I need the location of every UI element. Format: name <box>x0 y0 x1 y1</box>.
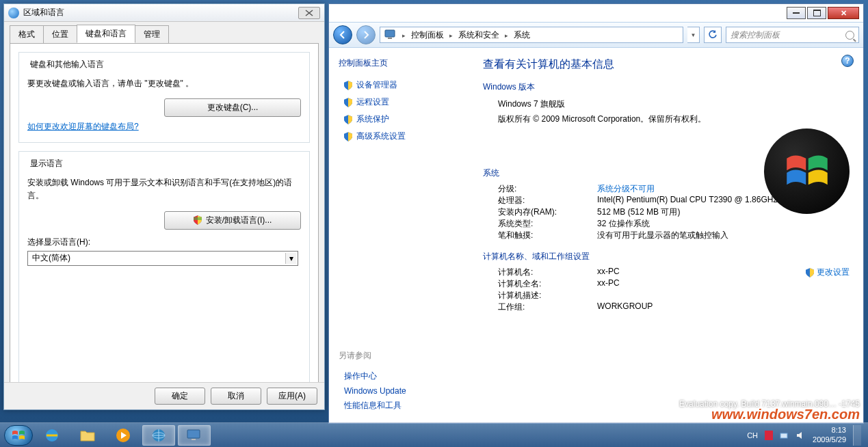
computer-icon <box>384 29 397 40</box>
sidebar-windows-update[interactable]: Windows Update <box>339 384 460 398</box>
svg-rect-0 <box>385 30 395 37</box>
tray-date[interactable]: 2009/5/29 <box>813 435 846 444</box>
apply-button[interactable]: 应用(A) <box>267 388 317 405</box>
refresh-button[interactable] <box>704 27 722 43</box>
windows-edition-heading: Windows 版本 <box>483 81 850 93</box>
system-tray: CH 8:13 2009/5/29 <box>747 425 864 446</box>
close-icon <box>305 10 313 16</box>
display-language-group: 显示语言 安装或卸载 Windows 可用于显示文本和识别语言和手写(在支持地区… <box>18 151 310 403</box>
see-also-heading: 另请参阅 <box>339 350 460 362</box>
tab-keyboards-language[interactable]: 键盘和语言 <box>77 25 135 43</box>
breadcrumb-system-security[interactable]: 系统和安全 <box>458 29 499 41</box>
address-history-button[interactable]: ▼ <box>687 27 700 43</box>
computer-name-label: 计算机名: <box>498 267 597 278</box>
full-computer-name-value: xx-PC <box>597 278 850 290</box>
pen-touch-label: 笔和触摸: <box>498 230 597 241</box>
arrow-left-icon <box>338 30 347 40</box>
breadcrumb-control-panel[interactable]: 控制面板 <box>411 29 444 41</box>
window-controls: ✕ <box>787 7 859 19</box>
tab-location[interactable]: 位置 <box>43 25 77 44</box>
display-language-combobox[interactable]: 中文(简体) ▾ <box>27 251 298 266</box>
computer-description-value <box>597 290 850 301</box>
svg-rect-7 <box>192 439 196 440</box>
sidebar-remote-settings[interactable]: 远程设置 <box>339 94 460 110</box>
tab-admin[interactable]: 管理 <box>135 25 169 44</box>
dialog-title: 区域和语言 <box>23 7 294 18</box>
show-desktop-button[interactable] <box>853 425 861 446</box>
windows-copyright: 版权所有 © 2009 Microsoft Corporation。保留所有权利… <box>498 112 850 127</box>
windows-flag-icon <box>12 429 25 442</box>
sidebar-link-label: 操作中心 <box>344 370 377 382</box>
help-button[interactable]: ? <box>841 55 854 67</box>
taskbar-ie[interactable] <box>36 425 68 446</box>
shield-icon <box>194 215 202 225</box>
media-player-icon <box>116 428 131 443</box>
tab-format[interactable]: 格式 <box>10 25 44 44</box>
install-button-label: 安装/卸载语言(I)... <box>206 215 272 226</box>
select-display-language-label: 选择显示语言(H): <box>27 236 301 248</box>
change-keyboard-button[interactable]: 更改键盘(C)... <box>164 98 301 117</box>
computer-description-label: 计算机描述: <box>498 290 597 301</box>
shield-icon <box>344 132 352 141</box>
tray-volume-icon[interactable] <box>796 431 806 439</box>
ok-button[interactable]: 确定 <box>155 388 205 405</box>
breadcrumb-system[interactable]: 系统 <box>514 29 530 41</box>
windows-logo-icon <box>764 128 850 214</box>
folder-icon <box>80 429 95 442</box>
sidebar-device-manager[interactable]: 设备管理器 <box>339 77 460 93</box>
sidebar-link-label: 系统保护 <box>356 113 389 125</box>
rating-label: 分级: <box>498 183 597 195</box>
system-type-value: 32 位操作系统 <box>597 218 850 230</box>
sidebar-link-label: 性能信息和工具 <box>344 400 402 411</box>
install-uninstall-language-button[interactable]: 安装/卸载语言(I)... <box>164 211 301 230</box>
search-input[interactable]: 搜索控制面板 <box>726 27 859 43</box>
pen-touch-value: 没有可用于此显示器的笔或触控输入 <box>597 230 850 241</box>
dialog-tabs: 格式 位置 键盘和语言 管理 <box>4 22 324 43</box>
forward-button[interactable] <box>356 25 376 44</box>
refresh-icon <box>708 30 718 40</box>
sidebar-link-label: 高级系统设置 <box>356 131 406 142</box>
dialog-footer: 确定 取消 应用(A) <box>4 382 324 409</box>
computer-name-section-heading: 计算机名称、域和工作组设置 <box>483 251 850 262</box>
shield-icon <box>344 115 352 124</box>
full-computer-name-label: 计算机全名: <box>498 278 597 290</box>
see-also-section: 另请参阅 操作中心 Windows Update 性能信息和工具 <box>339 350 460 414</box>
workgroup-label: 工作组: <box>498 301 597 313</box>
minimize-button[interactable] <box>787 7 806 19</box>
sidebar-performance-info[interactable]: 性能信息和工具 <box>339 398 460 414</box>
taskbar-region-language[interactable] <box>142 425 175 446</box>
tray-network-icon[interactable] <box>780 431 789 440</box>
cancel-button[interactable]: 取消 <box>211 388 261 405</box>
window-close-button[interactable]: ✕ <box>828 7 859 19</box>
tray-time[interactable]: 8:13 <box>813 426 846 435</box>
dialog-close-button[interactable] <box>298 7 320 19</box>
taskbar-media-player[interactable] <box>107 425 140 446</box>
display-language-description: 安装或卸载 Windows 可用于显示文本和识别语言和手写(在支持地区)的语言。 <box>27 176 301 202</box>
svg-rect-1 <box>388 38 392 39</box>
taskbar-system-window[interactable] <box>178 425 211 446</box>
sidebar-advanced-settings[interactable]: 高级系统设置 <box>339 128 460 144</box>
page-heading: 查看有关计算机的基本信息 <box>483 57 850 72</box>
shield-icon <box>344 98 352 107</box>
taskbar-explorer[interactable] <box>71 425 104 446</box>
breadcrumb-bar[interactable]: 控制面板 系统和安全 系统 <box>380 27 683 43</box>
sidebar-system-protection[interactable]: 系统保护 <box>339 111 460 127</box>
welcome-screen-layout-link[interactable]: 如何更改欢迎屏幕的键盘布局? <box>27 122 139 131</box>
change-settings-link[interactable]: 更改设置 <box>806 267 850 278</box>
system-type-label: 系统类型: <box>498 218 597 230</box>
tray-flag-icon[interactable] <box>765 431 773 440</box>
control-panel-home-link[interactable]: 控制面板主页 <box>339 57 460 69</box>
globe-icon <box>8 8 19 18</box>
start-button[interactable] <box>4 425 33 446</box>
rating-link[interactable]: 系统分级不可用 <box>597 184 655 193</box>
computer-name-value: xx-PC <box>597 267 620 278</box>
dialog-titlebar[interactable]: 区域和语言 <box>4 4 324 22</box>
svg-rect-9 <box>780 433 787 438</box>
tray-ime-indicator[interactable]: CH <box>747 431 758 439</box>
sidebar-action-center[interactable]: 操作中心 <box>339 368 460 384</box>
search-icon <box>845 31 854 40</box>
breadcrumb-separator-icon <box>399 30 408 40</box>
back-button[interactable] <box>333 25 352 44</box>
display-language-legend: 显示语言 <box>27 158 66 170</box>
maximize-button[interactable] <box>807 7 826 19</box>
